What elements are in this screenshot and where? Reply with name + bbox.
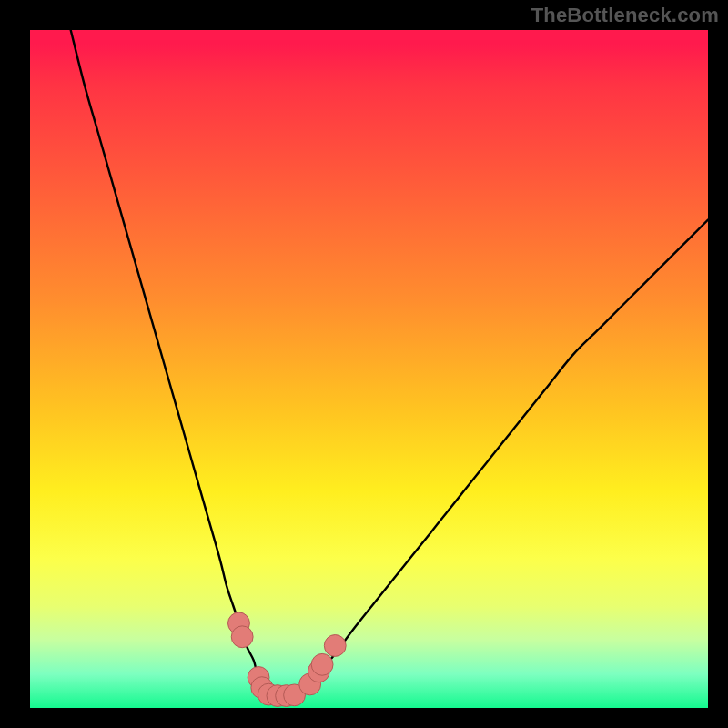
curve-marker bbox=[324, 635, 346, 657]
curve-marker bbox=[311, 653, 333, 675]
chart-svg bbox=[30, 30, 708, 708]
chart-plot-area bbox=[30, 30, 708, 708]
marker-group bbox=[228, 612, 347, 707]
curve-marker bbox=[231, 626, 253, 648]
curve-right bbox=[301, 220, 708, 695]
watermark-text: TheBottleneck.com bbox=[531, 4, 719, 27]
chart-frame: TheBottleneck.com bbox=[0, 0, 728, 728]
curve-left bbox=[71, 30, 270, 694]
